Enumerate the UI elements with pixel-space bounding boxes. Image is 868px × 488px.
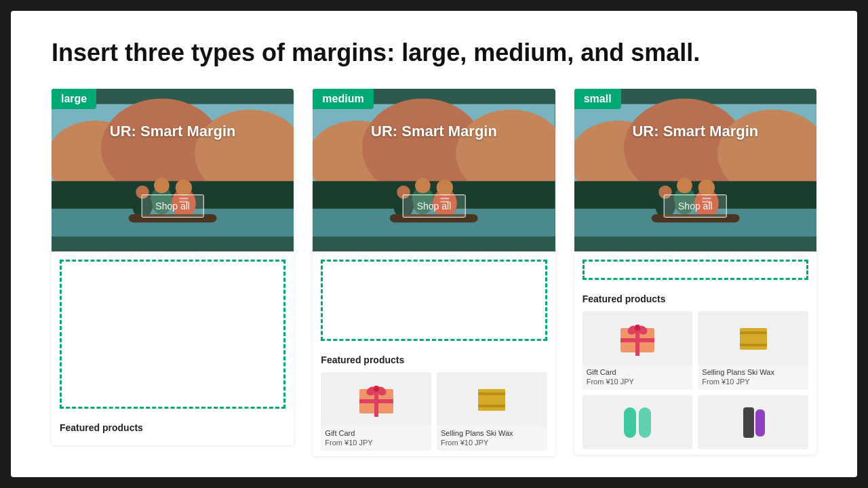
dashed-area-large xyxy=(60,260,285,409)
featured-section-small: Featured products xyxy=(574,288,816,455)
svg-rect-38 xyxy=(478,389,505,411)
featured-title-medium: Featured products xyxy=(321,354,547,365)
hero-large: large UR: Smart Margin Shop all xyxy=(52,89,294,251)
featured-section-medium: Featured products xyxy=(313,349,555,456)
product-img-extra1-small xyxy=(583,395,693,449)
product-giftcard-small: Gift Card From ¥10 JPY xyxy=(583,311,693,390)
product-img-giftcard-small xyxy=(583,311,693,365)
svg-rect-68 xyxy=(755,409,765,436)
product-price-skiwax-medium: From ¥10 JPY xyxy=(441,439,543,447)
product-giftcard-medium: Gift Card From ¥10 JPY xyxy=(321,372,431,451)
svg-point-11 xyxy=(176,180,192,196)
svg-point-22 xyxy=(415,178,431,194)
product-name-skiwax-medium: Selling Plans Ski Wax xyxy=(441,429,543,437)
product-price-skiwax-small: From ¥10 JPY xyxy=(702,378,804,386)
product-name-giftcard-medium: Gift Card xyxy=(325,429,427,437)
product-extra2-small xyxy=(698,395,808,449)
product-skiwax-medium: Selling Plans Ski Wax From ¥10 JPY xyxy=(437,372,547,451)
label-medium: medium xyxy=(313,89,373,109)
product-info-skiwax-medium: Selling Plans Ski Wax From ¥10 JPY xyxy=(437,426,547,451)
svg-rect-40 xyxy=(478,405,505,407)
hero-small: small UR: Smart Margin Shop all xyxy=(574,89,816,251)
label-large: large xyxy=(52,89,96,109)
dashed-area-medium xyxy=(321,260,547,341)
svg-rect-58 xyxy=(620,338,654,342)
cards-row: large UR: Smart Margin Shop all Featured… xyxy=(52,89,816,456)
svg-rect-62 xyxy=(740,328,767,350)
svg-rect-67 xyxy=(743,407,754,438)
product-img-skiwax-small xyxy=(698,311,808,365)
featured-title-small: Featured products xyxy=(583,293,808,304)
main-container: Insert three types of margins: large, me… xyxy=(11,11,857,477)
svg-point-7 xyxy=(154,178,170,194)
hero-medium: medium UR: Smart Margin Shop all xyxy=(313,89,555,251)
product-extra1-small xyxy=(583,395,693,449)
product-info-giftcard-small: Gift Card From ¥10 JPY xyxy=(583,365,693,390)
label-small: small xyxy=(574,89,621,109)
svg-point-52 xyxy=(698,180,714,196)
product-name-skiwax-small: Selling Plans Ski Wax xyxy=(702,368,804,376)
card-medium: medium UR: Smart Margin Shop all Feature… xyxy=(313,89,555,456)
svg-rect-33 xyxy=(359,399,393,403)
svg-rect-39 xyxy=(478,392,505,395)
products-grid-small: Gift Card From ¥10 JPY xyxy=(583,311,808,449)
card-large: large UR: Smart Margin Shop all Featured… xyxy=(52,89,294,445)
products-grid-medium: Gift Card From ¥10 JPY xyxy=(321,372,547,451)
product-skiwax-small: Selling Plans Ski Wax From ¥10 JPY xyxy=(698,311,808,390)
svg-point-48 xyxy=(677,178,692,194)
product-info-giftcard-medium: Gift Card From ¥10 JPY xyxy=(321,426,431,451)
hero-title-small: UR: Smart Margin xyxy=(574,123,816,140)
shop-all-button-small[interactable]: Shop all xyxy=(664,195,727,218)
dashed-area-small xyxy=(583,260,808,280)
featured-section-large: Featured products xyxy=(52,417,294,445)
hero-title-medium: UR: Smart Margin xyxy=(313,123,555,140)
svg-rect-63 xyxy=(740,331,767,334)
hero-title-large: UR: Smart Margin xyxy=(52,123,294,140)
product-img-extra2-small xyxy=(698,395,808,449)
svg-point-26 xyxy=(437,180,453,196)
svg-point-36 xyxy=(374,386,379,392)
product-price-giftcard-medium: From ¥10 JPY xyxy=(325,439,427,447)
product-price-giftcard-small: From ¥10 JPY xyxy=(587,378,689,386)
svg-rect-65 xyxy=(624,407,636,438)
shop-all-button-medium[interactable]: Shop all xyxy=(403,195,466,218)
card-small: small UR: Smart Margin Shop all Featured… xyxy=(574,89,816,455)
featured-title-large: Featured products xyxy=(60,422,285,433)
product-info-skiwax-small: Selling Plans Ski Wax From ¥10 JPY xyxy=(698,365,808,390)
page-title: Insert three types of margins: large, me… xyxy=(52,38,816,67)
svg-point-61 xyxy=(635,325,640,331)
product-img-giftcard-medium xyxy=(321,372,431,426)
svg-rect-64 xyxy=(740,344,767,346)
product-img-skiwax-medium xyxy=(437,372,547,426)
svg-rect-66 xyxy=(639,407,651,438)
shop-all-button-large[interactable]: Shop all xyxy=(141,195,204,218)
product-name-giftcard-small: Gift Card xyxy=(587,368,689,376)
